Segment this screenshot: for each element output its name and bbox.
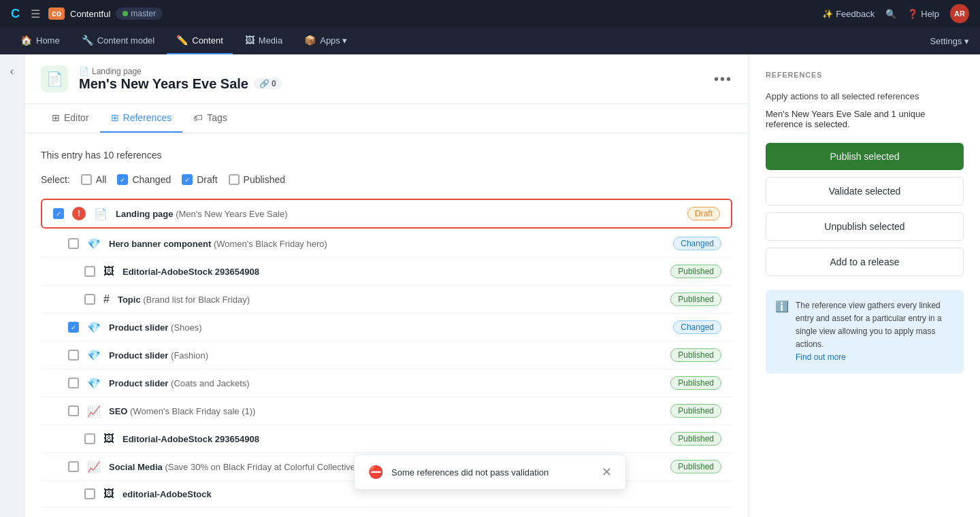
- editorial3-name: editorial-AdobeStock: [122, 489, 721, 499]
- topic-icon: #: [103, 293, 110, 305]
- editorial1-status: Published: [670, 265, 721, 278]
- main-entry-icon: 📄: [94, 207, 108, 220]
- entry-title: Men's New Years Eve Sale 🔗 0: [79, 76, 703, 92]
- fashion-checkbox[interactable]: [68, 350, 79, 361]
- topic-checkbox[interactable]: [84, 294, 95, 305]
- filter-draft[interactable]: Draft: [182, 174, 217, 185]
- all-checkbox[interactable]: [81, 174, 92, 185]
- apps-icon: 📦: [304, 35, 316, 46]
- seo-checkbox[interactable]: [68, 405, 79, 416]
- info-text: The reference view gathers every linked …: [796, 299, 954, 365]
- content-panel: 📄 📄 Landing page Men's New Years Eve Sal…: [24, 54, 749, 517]
- ref-row-product-shoes: 💎 Product slider (Shoes) Changed: [41, 314, 732, 341]
- tab-tags[interactable]: 🏷 Tags: [182, 104, 238, 133]
- info-icon: ℹ️: [775, 300, 789, 365]
- unpublish-selected-button[interactable]: Unpublish selected: [766, 212, 964, 241]
- hero-name: Hero banner component (Women's Black Fri…: [109, 239, 665, 249]
- draft-checkbox[interactable]: [182, 174, 193, 185]
- nav-home-label: Home: [36, 35, 60, 46]
- toast-error-icon: ⛔: [368, 465, 383, 480]
- content-icon: ✏️: [176, 35, 188, 46]
- settings-button[interactable]: Settings ▾: [930, 36, 969, 46]
- link-count-badge[interactable]: 🔗 0: [254, 78, 282, 89]
- more-options-button[interactable]: •••: [714, 71, 732, 87]
- nav-content-model[interactable]: 🔧 Content model: [72, 27, 165, 54]
- brand-name: Contentful: [70, 9, 110, 19]
- ref-row-topic: # Topic (Brand list for Black Friday) Pu…: [41, 286, 732, 314]
- seo-status: Published: [670, 404, 721, 418]
- media-icon: 🖼: [245, 35, 255, 46]
- topic-name: Topic (Brand list for Black Friday): [118, 295, 662, 305]
- nav-content[interactable]: ✏️ Content: [167, 27, 233, 54]
- main-area: ‹ 📄 📄 Landing page Men's New Years Eve S…: [0, 54, 980, 517]
- editorial3-checkbox[interactable]: [84, 488, 95, 499]
- main-entry-row: ! 📄 Landing page (Men's New Years Eve Sa…: [41, 199, 732, 229]
- coats-checkbox[interactable]: [68, 378, 79, 388]
- filter-row: Select: All Changed Draft Published: [41, 174, 732, 185]
- social-checkbox[interactable]: [68, 461, 79, 472]
- feedback-link[interactable]: ✨ Feedback: [822, 9, 875, 19]
- main-row-checkbox[interactable]: [53, 208, 64, 219]
- hero-icon: 💎: [87, 237, 101, 250]
- editorial2-icon: 🖼: [103, 433, 114, 445]
- hero-status: Changed: [673, 237, 721, 250]
- page-icon: 📄: [79, 67, 89, 76]
- error-indicator: !: [72, 207, 86, 220]
- help-link[interactable]: ❓ Help: [907, 9, 939, 19]
- nav-right: Settings ▾: [930, 36, 969, 46]
- ref-row-editorial-1: 🖼 Editorial-AdobeStock 293654908 Publish…: [41, 258, 732, 286]
- editorial1-icon: 🖼: [103, 265, 114, 278]
- nav-media[interactable]: 🖼 Media: [235, 27, 292, 54]
- hero-checkbox[interactable]: [68, 238, 79, 249]
- branch-badge[interactable]: master: [116, 7, 163, 20]
- editorial1-checkbox[interactable]: [84, 266, 95, 277]
- filter-changed[interactable]: Changed: [117, 174, 171, 185]
- published-checkbox[interactable]: [229, 174, 240, 185]
- nav-apps[interactable]: 📦 Apps ▾: [295, 27, 357, 54]
- branch-status-dot: [122, 11, 128, 16]
- editorial3-icon: 🖼: [103, 488, 114, 500]
- filter-all[interactable]: All: [81, 174, 107, 185]
- tab-references[interactable]: ⊞ References: [100, 104, 183, 133]
- select-label: Select:: [41, 174, 70, 185]
- ref-row-product-coats: 💎 Product slider (Coats and Jackets) Pub…: [41, 369, 732, 397]
- link-icon: 🔗: [259, 79, 270, 88]
- fashion-status: Published: [670, 348, 721, 362]
- fashion-icon: 💎: [87, 349, 101, 362]
- publish-selected-button[interactable]: Publish selected: [766, 143, 964, 170]
- nav-media-label: Media: [259, 35, 282, 46]
- add-to-release-button[interactable]: Add to a release: [766, 248, 964, 276]
- top-nav: C ☰ co Contentful master ✨ Feedback 🔍 ❓ …: [0, 0, 980, 27]
- main-entry-name: Landing page (Men's New Years Eve Sale): [116, 209, 679, 219]
- ref-row-hero-banner: 💎 Hero banner component (Women's Black F…: [41, 230, 732, 258]
- search-icon[interactable]: 🔍: [885, 9, 896, 19]
- nav-content-label: Content: [192, 35, 223, 46]
- shoes-status: Changed: [673, 320, 721, 334]
- filter-published[interactable]: Published: [229, 174, 286, 185]
- toast-text: Some references did not pass validation: [391, 467, 593, 478]
- nav-content-model-label: Content model: [97, 35, 155, 46]
- editorial1-name: Editorial-AdobeStock 293654908: [122, 267, 662, 277]
- tab-editor[interactable]: ⊞ Editor: [41, 104, 100, 133]
- menu-icon[interactable]: ☰: [31, 7, 40, 20]
- back-button[interactable]: ‹: [10, 65, 14, 78]
- editorial2-status: Published: [670, 432, 721, 446]
- validate-selected-button[interactable]: Validate selected: [766, 177, 964, 205]
- changed-checkbox[interactable]: [117, 174, 128, 185]
- branch-name: master: [131, 9, 156, 18]
- fashion-name: Product slider (Fashion): [109, 350, 662, 361]
- ref-row-seo: 📈 SEO (Women's Black Friday sale (1)) Pu…: [41, 397, 732, 425]
- nav-home[interactable]: 🏠 Home: [11, 27, 69, 54]
- find-out-more-link[interactable]: Find out more: [796, 352, 846, 362]
- coats-name: Product slider (Coats and Jackets): [109, 378, 662, 388]
- editorial2-checkbox[interactable]: [84, 433, 95, 444]
- social-status: Published: [670, 460, 721, 473]
- toast-close-button[interactable]: ✕: [602, 465, 612, 480]
- sidebar-title: REFERENCES: [766, 71, 964, 79]
- shoes-checkbox[interactable]: [68, 322, 79, 333]
- entry-header-actions: •••: [714, 71, 732, 87]
- tags-tab-icon: 🏷: [193, 112, 203, 123]
- nav-apps-label: Apps ▾: [320, 35, 347, 46]
- entry-type-label: 📄 Landing page: [79, 67, 703, 76]
- avatar[interactable]: AR: [950, 4, 969, 23]
